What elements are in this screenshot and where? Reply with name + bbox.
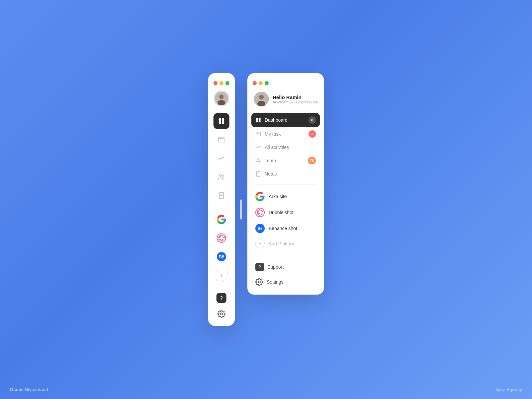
right-nav-notes[interactable]: Notes (251, 168, 320, 180)
right-settings[interactable]: Settings (251, 275, 320, 289)
panel-connector (240, 200, 242, 219)
minimize-dot[interactable] (219, 81, 223, 85)
svg-rect-4 (222, 118, 224, 121)
right-platforms: Arka site Dribble shot Bē Behance shot +… (247, 189, 324, 251)
right-maximize-dot[interactable] (265, 81, 269, 85)
sidebar-avatar[interactable] (213, 90, 229, 106)
right-nav-mytask-label: My task (265, 131, 281, 137)
settings-icon (255, 278, 263, 286)
user-info: Hello Ramin Arkateam.2021@gmail.com (273, 94, 318, 104)
user-name: Hello Ramin (273, 94, 318, 100)
left-nav-icons (208, 113, 235, 203)
right-platform-google-label: Arka site (269, 194, 287, 199)
svg-rect-27 (256, 132, 261, 136)
right-nav-team-label: Team (265, 158, 276, 163)
svg-rect-25 (256, 120, 258, 122)
svg-rect-7 (219, 137, 224, 142)
right-minimize-dot[interactable] (259, 81, 263, 85)
svg-rect-3 (219, 118, 221, 121)
right-support-label: Support (267, 264, 284, 270)
divider-1 (254, 184, 317, 185)
team-badge: 76 (308, 157, 316, 164)
behance-icon: Bē (255, 224, 265, 233)
right-platform-behance[interactable]: Bē Behance shot (251, 220, 320, 236)
right-support[interactable]: ? Support (251, 259, 320, 275)
sidebar-item-dashboard[interactable] (213, 113, 229, 129)
svg-rect-5 (219, 121, 221, 124)
sidebar-item-activities[interactable] (213, 150, 229, 166)
svg-point-19 (220, 313, 222, 315)
svg-rect-26 (259, 120, 261, 122)
divider-2 (254, 255, 317, 255)
right-bottom: ? Support Settings (247, 259, 324, 289)
sidebar-settings[interactable] (215, 307, 228, 321)
svg-point-31 (259, 159, 260, 160)
sidebar-item-notes[interactable] (213, 188, 229, 203)
right-sidebar: Hello Ramin Arkateam.2021@gmail.com Dash… (247, 73, 324, 295)
right-nav-notes-label: Notes (265, 171, 277, 177)
sidebar-item-dribbble[interactable] (213, 230, 229, 246)
right-nav: Dashboard 8 My task 3 All activities (247, 113, 324, 180)
window-controls (213, 78, 229, 90)
right-nav-team[interactable]: Team 76 (251, 154, 320, 168)
add-platform-icon: + (255, 239, 265, 248)
google-icon (255, 192, 265, 201)
right-platform-behance-label: Behance shot (269, 226, 297, 231)
behance-logo-icon: Bē (217, 252, 226, 261)
footer-author: Ramin Niyazmand (10, 387, 48, 392)
dribbble-icon (255, 208, 265, 217)
right-nav-mytask[interactable]: My task 3 (251, 127, 320, 141)
right-platform-dribbble-label: Dribble shot (269, 210, 294, 215)
svg-rect-6 (222, 121, 224, 124)
right-nav-dashboard-label: Dashboard (265, 117, 288, 123)
right-nav-activities[interactable]: All activities (251, 141, 320, 154)
user-email: Arkateam.2021@gmail.com (273, 100, 318, 104)
right-add-platform-label: Add Platform (269, 241, 296, 246)
svg-point-1 (219, 94, 223, 99)
right-platform-google[interactable]: Arka site (251, 189, 320, 204)
panels-container: Bē + ? (208, 73, 324, 326)
support-icon: ? (255, 263, 264, 271)
right-close-dot[interactable] (253, 81, 257, 85)
sidebar-item-team[interactable] (213, 169, 229, 185)
left-sidebar: Bē + ? (208, 73, 235, 326)
sidebar-item-google[interactable] (213, 211, 229, 227)
svg-text:?: ? (220, 295, 223, 301)
maximize-dot[interactable] (225, 81, 229, 85)
sidebar-item-behance[interactable]: Bē (213, 249, 229, 265)
right-nav-activities-label: All activities (265, 145, 289, 150)
right-settings-label: Settings (267, 279, 284, 285)
add-icon[interactable]: + (215, 269, 228, 282)
footer-agency: Arka Agency (496, 387, 522, 392)
dashboard-badge: 8 (309, 116, 316, 124)
sidebar-item-tasks[interactable] (213, 132, 229, 148)
right-platform-dribbble[interactable]: Dribble shot (251, 204, 320, 220)
svg-point-11 (222, 175, 223, 177)
sidebar-item-add-platform[interactable]: + (213, 267, 229, 283)
sidebar-support[interactable]: ? (215, 291, 228, 305)
right-avatar[interactable] (254, 92, 269, 106)
svg-point-37 (258, 281, 260, 283)
left-platform-icons: Bē + (208, 211, 235, 283)
svg-point-30 (257, 159, 259, 160)
left-bottom-icons: ? (215, 283, 228, 321)
close-dot[interactable] (213, 81, 217, 85)
right-header: Hello Ramin Arkateam.2021@gmail.com (247, 89, 324, 113)
svg-rect-24 (259, 118, 261, 120)
mytask-badge: 3 (309, 130, 316, 138)
right-add-platform[interactable]: + Add Platform (251, 236, 320, 251)
right-nav-dashboard[interactable]: Dashboard 8 (251, 113, 320, 127)
right-window-controls (247, 78, 324, 89)
svg-point-10 (220, 175, 222, 177)
svg-rect-23 (256, 118, 258, 120)
svg-point-21 (259, 95, 264, 99)
